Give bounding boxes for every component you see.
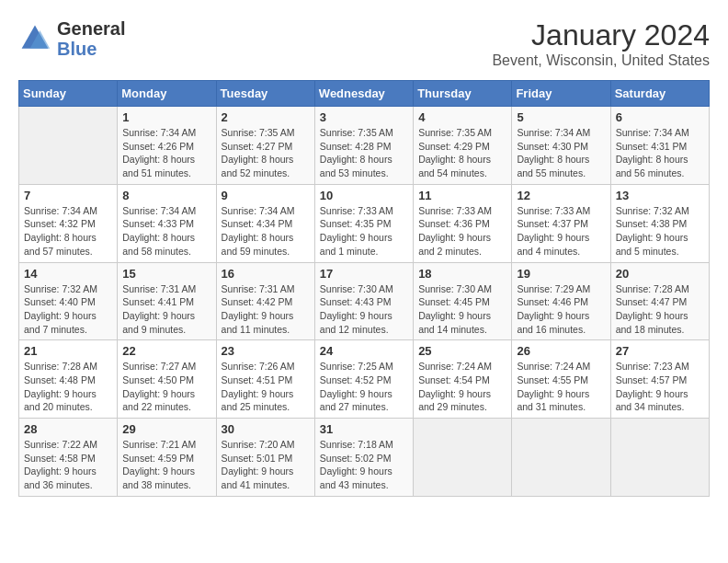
day-info: Sunrise: 7:34 AMSunset: 4:34 PMDaylight:…: [222, 204, 310, 259]
calendar-week-1: 1Sunrise: 7:34 AMSunset: 4:26 PMDaylight…: [19, 107, 710, 185]
header-tuesday: Tuesday: [216, 81, 314, 107]
day-number: 30: [222, 422, 310, 436]
calendar-header-row: SundayMondayTuesdayWednesdayThursdayFrid…: [19, 81, 710, 107]
calendar-cell: 12Sunrise: 7:33 AMSunset: 4:37 PMDayligh…: [512, 184, 610, 262]
day-info: Sunrise: 7:27 AMSunset: 4:50 PMDaylight:…: [122, 360, 210, 414]
header-thursday: Thursday: [414, 81, 512, 107]
day-info: Sunrise: 7:24 AMSunset: 4:55 PMDaylight:…: [517, 360, 605, 414]
day-info: Sunrise: 7:34 AMSunset: 4:30 PMDaylight:…: [517, 126, 605, 180]
day-number: 7: [24, 189, 112, 202]
day-number: 25: [418, 344, 506, 358]
logo: General Blue: [18, 18, 125, 59]
day-info: Sunrise: 7:33 AMSunset: 4:37 PMDaylight:…: [517, 204, 605, 259]
header-wednesday: Wednesday: [314, 81, 413, 107]
day-info: Sunrise: 7:33 AMSunset: 4:36 PMDaylight:…: [418, 204, 506, 259]
calendar-cell: 17Sunrise: 7:30 AMSunset: 4:43 PMDayligh…: [314, 262, 413, 340]
page-header: General Blue January 2024 Bevent, Wiscon…: [18, 18, 710, 69]
day-info: Sunrise: 7:26 AMSunset: 4:51 PMDaylight:…: [222, 360, 310, 414]
day-info: Sunrise: 7:31 AMSunset: 4:41 PMDaylight:…: [122, 282, 210, 337]
day-info: Sunrise: 7:30 AMSunset: 4:45 PMDaylight:…: [418, 282, 506, 337]
calendar-week-3: 14Sunrise: 7:32 AMSunset: 4:40 PMDayligh…: [19, 262, 710, 340]
day-info: Sunrise: 7:35 AMSunset: 4:28 PMDaylight:…: [320, 126, 408, 180]
day-info: Sunrise: 7:35 AMSunset: 4:27 PMDaylight:…: [222, 126, 310, 180]
day-info: Sunrise: 7:30 AMSunset: 4:43 PMDaylight:…: [320, 282, 408, 337]
calendar-week-2: 7Sunrise: 7:34 AMSunset: 4:32 PMDaylight…: [19, 184, 710, 262]
day-info: Sunrise: 7:23 AMSunset: 4:57 PMDaylight:…: [616, 360, 704, 414]
day-info: Sunrise: 7:21 AMSunset: 4:59 PMDaylight:…: [122, 438, 210, 492]
calendar-cell: 20Sunrise: 7:28 AMSunset: 4:47 PMDayligh…: [610, 262, 709, 340]
day-info: Sunrise: 7:34 AMSunset: 4:32 PMDaylight:…: [24, 204, 112, 259]
logo-text: General Blue: [57, 18, 125, 59]
calendar-cell: 26Sunrise: 7:24 AMSunset: 4:55 PMDayligh…: [512, 340, 610, 419]
day-number: 9: [222, 189, 310, 202]
day-number: 11: [418, 189, 506, 202]
header-saturday: Saturday: [610, 81, 709, 107]
day-number: 2: [222, 110, 310, 124]
calendar-cell: 6Sunrise: 7:34 AMSunset: 4:31 PMDaylight…: [610, 107, 709, 185]
day-number: 20: [616, 267, 704, 281]
calendar-cell: 4Sunrise: 7:35 AMSunset: 4:29 PMDaylight…: [414, 107, 512, 185]
calendar-cell: [19, 107, 118, 185]
calendar-cell: 28Sunrise: 7:22 AMSunset: 4:58 PMDayligh…: [19, 419, 118, 497]
day-number: 16: [222, 267, 310, 281]
day-info: Sunrise: 7:34 AMSunset: 4:33 PMDaylight:…: [122, 204, 210, 259]
day-number: 6: [616, 110, 704, 124]
calendar-cell: 30Sunrise: 7:20 AMSunset: 5:01 PMDayligh…: [216, 419, 314, 497]
day-number: 15: [122, 267, 210, 281]
day-info: Sunrise: 7:34 AMSunset: 4:31 PMDaylight:…: [616, 126, 704, 180]
logo-general: General: [57, 18, 125, 39]
day-number: 12: [517, 189, 605, 202]
calendar-cell: 5Sunrise: 7:34 AMSunset: 4:30 PMDaylight…: [512, 107, 610, 185]
calendar-cell: 9Sunrise: 7:34 AMSunset: 4:34 PMDaylight…: [216, 184, 314, 262]
day-info: Sunrise: 7:31 AMSunset: 4:42 PMDaylight:…: [222, 282, 310, 337]
page-subtitle: Bevent, Wisconsin, United States: [492, 52, 710, 69]
day-info: Sunrise: 7:28 AMSunset: 4:48 PMDaylight:…: [24, 360, 112, 414]
day-number: 8: [122, 189, 210, 202]
calendar-cell: 31Sunrise: 7:18 AMSunset: 5:02 PMDayligh…: [314, 419, 413, 497]
header-monday: Monday: [118, 81, 216, 107]
day-number: 27: [616, 344, 704, 358]
calendar-cell: 10Sunrise: 7:33 AMSunset: 4:35 PMDayligh…: [314, 184, 413, 262]
calendar-cell: 1Sunrise: 7:34 AMSunset: 4:26 PMDaylight…: [118, 107, 216, 185]
calendar-cell: 8Sunrise: 7:34 AMSunset: 4:33 PMDaylight…: [118, 184, 216, 262]
logo-icon: [18, 22, 51, 55]
calendar-cell: 18Sunrise: 7:30 AMSunset: 4:45 PMDayligh…: [414, 262, 512, 340]
day-info: Sunrise: 7:25 AMSunset: 4:52 PMDaylight:…: [320, 360, 408, 414]
day-number: 28: [24, 422, 112, 436]
calendar-cell: [512, 419, 610, 497]
title-block: January 2024 Bevent, Wisconsin, United S…: [492, 18, 710, 69]
calendar-cell: [610, 419, 709, 497]
calendar-cell: 7Sunrise: 7:34 AMSunset: 4:32 PMDaylight…: [19, 184, 118, 262]
day-number: 17: [320, 267, 408, 281]
calendar-cell: 21Sunrise: 7:28 AMSunset: 4:48 PMDayligh…: [19, 340, 118, 419]
day-number: 19: [517, 267, 605, 281]
day-number: 1: [122, 110, 210, 124]
header-sunday: Sunday: [19, 81, 118, 107]
calendar-cell: 16Sunrise: 7:31 AMSunset: 4:42 PMDayligh…: [216, 262, 314, 340]
calendar-cell: 29Sunrise: 7:21 AMSunset: 4:59 PMDayligh…: [118, 419, 216, 497]
day-info: Sunrise: 7:24 AMSunset: 4:54 PMDaylight:…: [418, 360, 506, 414]
day-info: Sunrise: 7:32 AMSunset: 4:40 PMDaylight:…: [24, 282, 112, 337]
day-info: Sunrise: 7:20 AMSunset: 5:01 PMDaylight:…: [222, 438, 310, 492]
day-info: Sunrise: 7:29 AMSunset: 4:46 PMDaylight:…: [517, 282, 605, 337]
calendar-cell: 22Sunrise: 7:27 AMSunset: 4:50 PMDayligh…: [118, 340, 216, 419]
day-number: 13: [616, 189, 704, 202]
day-number: 23: [222, 344, 310, 358]
calendar-cell: 27Sunrise: 7:23 AMSunset: 4:57 PMDayligh…: [610, 340, 709, 419]
day-number: 5: [517, 110, 605, 124]
day-info: Sunrise: 7:28 AMSunset: 4:47 PMDaylight:…: [616, 282, 704, 337]
calendar-cell: 23Sunrise: 7:26 AMSunset: 4:51 PMDayligh…: [216, 340, 314, 419]
calendar-cell: 24Sunrise: 7:25 AMSunset: 4:52 PMDayligh…: [314, 340, 413, 419]
calendar-cell: 11Sunrise: 7:33 AMSunset: 4:36 PMDayligh…: [414, 184, 512, 262]
day-info: Sunrise: 7:34 AMSunset: 4:26 PMDaylight:…: [122, 126, 210, 180]
page-title: January 2024: [492, 18, 710, 52]
calendar-cell: 2Sunrise: 7:35 AMSunset: 4:27 PMDaylight…: [216, 107, 314, 185]
header-friday: Friday: [512, 81, 610, 107]
calendar-week-4: 21Sunrise: 7:28 AMSunset: 4:48 PMDayligh…: [19, 340, 710, 419]
day-number: 4: [418, 110, 506, 124]
day-number: 18: [418, 267, 506, 281]
day-info: Sunrise: 7:18 AMSunset: 5:02 PMDaylight:…: [320, 438, 408, 492]
day-number: 26: [517, 344, 605, 358]
day-info: Sunrise: 7:22 AMSunset: 4:58 PMDaylight:…: [24, 438, 112, 492]
calendar-cell: 3Sunrise: 7:35 AMSunset: 4:28 PMDaylight…: [314, 107, 413, 185]
